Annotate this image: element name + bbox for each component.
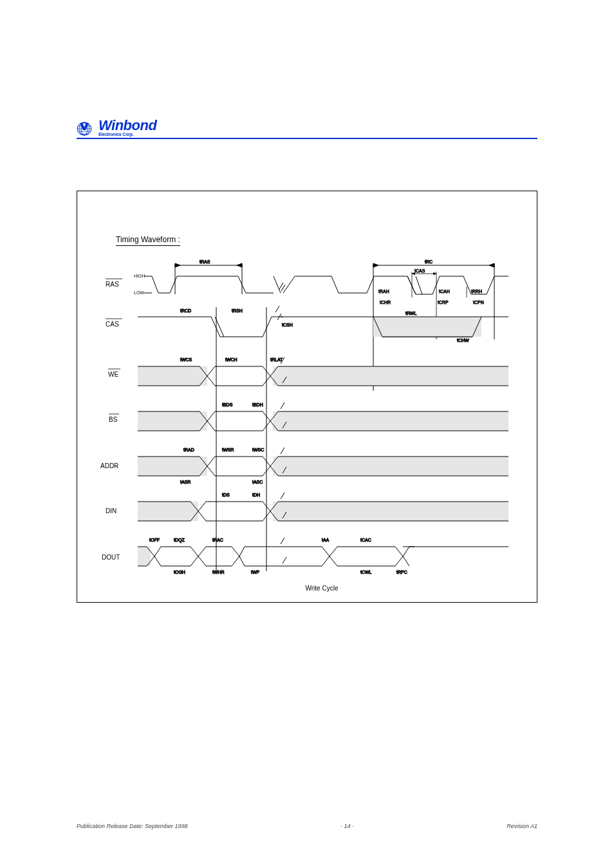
header-bar: Winbond Electronics Corp. PRELIMINARY W9… xyxy=(77,119,537,139)
svg-rect-46 xyxy=(273,366,508,386)
svg-rect-61 xyxy=(138,502,198,521)
svg-rect-54 xyxy=(138,457,207,476)
svg-text:tRAH: tRAH xyxy=(378,289,389,294)
svg-text:tRAS: tRAS xyxy=(200,259,210,264)
svg-text:CAS: CAS xyxy=(106,321,119,328)
svg-text:tCPN: tCPN xyxy=(473,300,484,305)
addr-label: ADDR xyxy=(100,462,118,469)
winbond-globe-icon xyxy=(77,121,93,137)
svg-text:tRLAT: tRLAT xyxy=(270,357,283,362)
svg-text:tCAS: tCAS xyxy=(414,269,425,273)
svg-rect-51 xyxy=(273,411,508,431)
ras-label: RAS xyxy=(106,279,122,288)
svg-text:tWP: tWP xyxy=(251,570,260,574)
addr-waveform: tRAD tWSR tWSC tASR tASC xyxy=(138,448,508,484)
svg-text:tCAC: tCAC xyxy=(360,538,371,542)
timing-waveform-svg: RAS HIGH LOW CAS WE BS ADDR DIN DOUT xyxy=(77,191,537,602)
din-waveform: tDS tDH xyxy=(138,493,508,521)
svg-text:RAS: RAS xyxy=(106,281,119,288)
din-label: DIN xyxy=(106,507,116,514)
svg-rect-50 xyxy=(138,411,207,431)
page-footer: Publication Release Date: September 1998… xyxy=(77,823,537,829)
svg-text:tASR: tASR xyxy=(180,480,191,484)
svg-text:tOFF: tOFF xyxy=(149,538,160,542)
svg-text:tDH: tDH xyxy=(252,493,260,497)
svg-text:tRAD: tRAD xyxy=(183,448,194,452)
footer-page: - 14 - xyxy=(340,823,354,829)
svg-text:tCRP: tCRP xyxy=(438,300,449,305)
footer-date: Publication Release Date: September 1998 xyxy=(77,823,188,829)
svg-text:tCSH: tCSH xyxy=(282,323,293,327)
timing-diagram-frame: Timing Waveform : RAS HIGH LOW CAS WE BS xyxy=(77,191,537,603)
low-label: LOW xyxy=(134,290,144,295)
dout-label: DOUT xyxy=(102,554,120,561)
cycle-name: Write Cycle xyxy=(306,585,339,592)
svg-text:tCWL: tCWL xyxy=(360,570,372,574)
svg-text:tRC: tRC xyxy=(425,259,433,264)
svg-rect-37 xyxy=(373,317,481,337)
svg-text:tRSH: tRSH xyxy=(232,308,243,313)
svg-text:tWHR: tWHR xyxy=(212,570,225,574)
cas-label: CAS xyxy=(106,319,122,328)
we-label: WE xyxy=(108,369,120,378)
svg-text:tWSR: tWSR xyxy=(222,448,234,452)
dout-waveform: tOFF tDQZ tRAC tAA tCAC tOGH tWHR tWP tC… xyxy=(138,538,508,574)
svg-text:tOGH: tOGH xyxy=(174,570,185,574)
svg-text:tCAH: tCAH xyxy=(439,289,450,294)
we-waveform: tWCH tRLAT tWCS xyxy=(138,357,508,386)
svg-rect-62 xyxy=(273,502,508,521)
svg-text:tWSC: tWSC xyxy=(252,448,264,452)
bs-label: BS xyxy=(109,414,119,423)
svg-text:tDS: tDS xyxy=(222,493,230,497)
svg-text:tASC: tASC xyxy=(252,480,263,484)
svg-rect-55 xyxy=(273,457,508,476)
svg-text:tRPC: tRPC xyxy=(396,570,407,574)
svg-text:tDQZ: tDQZ xyxy=(174,538,185,543)
svg-text:tRAC: tRAC xyxy=(212,538,223,542)
svg-text:tCHR: tCHR xyxy=(380,300,391,305)
svg-text:tBDS: tBDS xyxy=(222,402,233,407)
svg-text:tAA: tAA xyxy=(322,538,330,542)
svg-rect-45 xyxy=(138,366,207,386)
svg-text:tBDH: tBDH xyxy=(252,402,263,407)
high-label: HIGH xyxy=(134,274,145,278)
svg-text:tWCH: tWCH xyxy=(225,357,237,362)
svg-text:WE: WE xyxy=(108,371,118,378)
logo-brand: Winbond xyxy=(98,119,156,132)
svg-text:tRWL: tRWL xyxy=(405,311,416,316)
logo-text-block: Winbond Electronics Corp. xyxy=(98,119,156,137)
svg-text:tRRH: tRRH xyxy=(471,289,482,294)
svg-text:tWCS: tWCS xyxy=(180,357,192,362)
bs-waveform: tBDS tBDH xyxy=(138,402,508,431)
logo-subtitle: Electronics Corp. xyxy=(98,132,156,137)
svg-text:BS: BS xyxy=(109,416,118,423)
svg-text:tRCD: tRCD xyxy=(180,308,191,313)
footer-rev: Revision A1 xyxy=(507,823,537,829)
cas-waveform: tRCD tRSH tRWL tCSH tCHW xyxy=(138,306,508,571)
svg-text:tCHW: tCHW xyxy=(457,338,469,343)
